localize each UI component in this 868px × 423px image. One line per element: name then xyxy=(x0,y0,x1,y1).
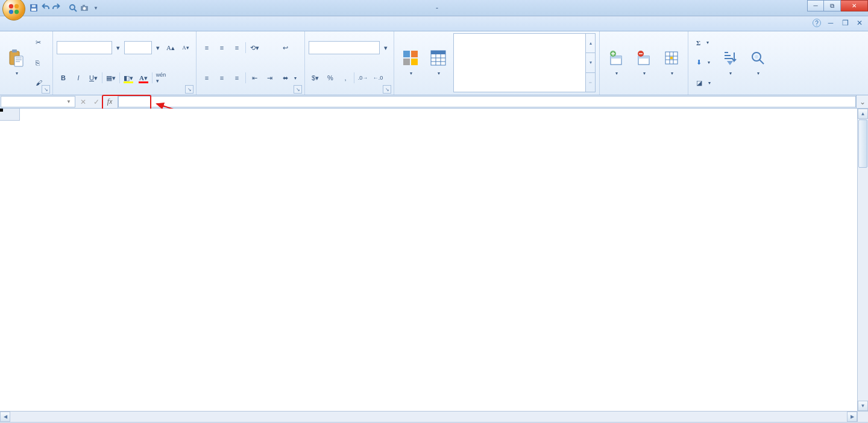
format-cells-button[interactable] xyxy=(659,33,684,92)
increase-font-button[interactable]: A▴ xyxy=(164,41,177,54)
percent-button[interactable]: % xyxy=(324,71,337,84)
print-preview-icon[interactable] xyxy=(68,3,78,13)
cell-styles-gallery[interactable] xyxy=(453,33,586,92)
border-button[interactable]: ▦▾ xyxy=(104,71,118,84)
paste-button[interactable] xyxy=(4,33,29,92)
name-box[interactable]: ▼ xyxy=(1,96,75,107)
doc-minimize-button[interactable]: ─ xyxy=(826,18,835,28)
align-left-button[interactable]: ≡ xyxy=(200,71,213,84)
svg-rect-6 xyxy=(32,5,36,7)
delete-cells-button[interactable] xyxy=(631,33,656,92)
alignment-launcher[interactable]: ↘ xyxy=(294,85,302,94)
orientation-button[interactable]: ⟲▾ xyxy=(248,41,261,54)
number-format-combo[interactable] xyxy=(309,41,380,54)
title-bar: ▼ - ─ ⧉ ✕ xyxy=(0,0,868,16)
camera-icon[interactable] xyxy=(80,3,89,13)
format-as-table-button[interactable] xyxy=(426,33,451,92)
font-size-dropdown[interactable]: ▾ xyxy=(154,41,162,54)
formula-bar: ▼ ✕ ✓ fx ⌄ xyxy=(0,95,868,109)
clear-button[interactable]: ◪ xyxy=(692,76,715,89)
window-title: - xyxy=(0,4,868,12)
underline-button[interactable]: U▾ xyxy=(87,71,100,84)
svg-point-7 xyxy=(70,5,75,10)
group-editing: Σ ⬇ ◪ xyxy=(688,31,774,95)
qat-dropdown-icon[interactable]: ▼ xyxy=(91,3,101,13)
fill-icon: ⬇ xyxy=(696,59,702,66)
font-name-dropdown[interactable]: ▾ xyxy=(114,41,122,54)
sort-filter-button[interactable] xyxy=(717,33,743,92)
decrease-indent-button[interactable]: ⇤ xyxy=(248,71,261,84)
redo-icon[interactable] xyxy=(52,3,61,13)
insert-cells-button[interactable] xyxy=(603,33,629,92)
clipboard-launcher[interactable]: ↘ xyxy=(42,85,50,94)
align-middle-button[interactable]: ≡ xyxy=(215,41,228,54)
conditional-format-icon xyxy=(401,48,420,68)
group-font: ▾ ▾ A▴ A▾ B I U▾ ▦▾ ◧▾ A▾ wén▾ xyxy=(53,31,197,95)
undo-icon[interactable] xyxy=(40,3,50,13)
column-headers[interactable] xyxy=(20,109,857,121)
find-select-button[interactable] xyxy=(745,33,770,92)
wrap-text-button[interactable]: ↩ xyxy=(278,41,301,54)
phonetic-button[interactable]: wén▾ xyxy=(154,71,168,84)
group-alignment: ≡ ≡ ≡ ⟲▾ ≡ ≡ ≡ ⇤ ⇥ ↩ ⬌ ↘ xyxy=(197,31,305,95)
insert-icon xyxy=(606,48,626,68)
number-launcher[interactable]: ↘ xyxy=(383,85,391,94)
group-cells xyxy=(600,31,688,95)
worksheet-grid[interactable]: ▲▼ ◀▶ xyxy=(0,109,868,422)
fx-cancel-icon[interactable]: ✕ xyxy=(78,97,89,107)
fill-button[interactable]: ⬇ xyxy=(692,56,715,69)
increase-indent-button[interactable]: ⇥ xyxy=(263,71,276,84)
accounting-format-button[interactable]: $▾ xyxy=(309,71,322,84)
increase-decimal-button[interactable]: .0→ xyxy=(356,71,370,84)
copy-icon: ⎘ xyxy=(36,59,40,66)
bold-button[interactable]: B xyxy=(57,71,70,84)
office-logo-icon xyxy=(7,2,20,16)
doc-restore-button[interactable]: ❐ xyxy=(840,18,850,28)
font-name-combo[interactable] xyxy=(57,41,112,54)
close-button[interactable]: ✕ xyxy=(841,0,868,11)
svg-point-2 xyxy=(9,10,13,14)
svg-rect-14 xyxy=(403,51,410,57)
svg-rect-12 xyxy=(12,49,17,52)
group-styles: ▴▾⎓ xyxy=(394,31,600,95)
fx-enter-icon[interactable]: ✓ xyxy=(91,97,102,107)
formula-bar-expand[interactable]: ⌄ xyxy=(856,95,868,108)
minimize-button[interactable]: ─ xyxy=(807,0,824,11)
save-icon[interactable] xyxy=(29,3,39,13)
fill-color-button[interactable]: ◧▾ xyxy=(122,71,135,84)
align-top-button[interactable]: ≡ xyxy=(200,41,213,54)
vertical-scrollbar[interactable]: ▲▼ xyxy=(857,109,868,411)
autosum-button[interactable]: Σ xyxy=(692,36,715,49)
decrease-font-button[interactable]: A▾ xyxy=(179,41,192,54)
table-icon xyxy=(429,48,448,68)
merge-center-button[interactable]: ⬌ xyxy=(278,71,301,84)
row-headers[interactable] xyxy=(0,121,20,411)
maximize-button[interactable]: ⧉ xyxy=(824,0,841,11)
cut-button[interactable]: ✂ xyxy=(31,36,49,49)
find-icon xyxy=(748,48,767,68)
font-launcher[interactable]: ↘ xyxy=(185,85,193,94)
font-color-button[interactable]: A▾ xyxy=(137,71,150,84)
font-size-combo[interactable] xyxy=(124,41,152,54)
conditional-format-button[interactable] xyxy=(398,33,423,92)
italic-button[interactable]: I xyxy=(72,71,85,84)
wrap-icon: ↩ xyxy=(283,44,288,52)
formula-input[interactable] xyxy=(119,97,203,107)
align-right-button[interactable]: ≡ xyxy=(230,71,244,84)
decrease-decimal-button[interactable]: ←.0 xyxy=(371,71,385,84)
copy-button[interactable]: ⎘ xyxy=(31,56,49,69)
gallery-scroll[interactable]: ▴▾⎓ xyxy=(586,33,596,92)
align-center-button[interactable]: ≡ xyxy=(215,71,228,84)
help-icon[interactable]: ? xyxy=(813,19,821,27)
number-format-dropdown[interactable]: ▾ xyxy=(382,41,390,54)
eraser-icon: ◪ xyxy=(696,79,702,87)
svg-point-3 xyxy=(14,10,19,14)
horizontal-scrollbar[interactable]: ◀▶ xyxy=(0,411,857,422)
doc-close-button[interactable]: ✕ xyxy=(855,18,864,28)
fx-icon[interactable]: fx xyxy=(104,97,115,107)
comma-button[interactable]: , xyxy=(339,71,352,84)
cell-area[interactable] xyxy=(20,121,857,411)
merge-icon: ⬌ xyxy=(283,74,288,82)
select-all-corner[interactable] xyxy=(0,109,20,121)
align-bottom-button[interactable]: ≡ xyxy=(230,41,244,54)
